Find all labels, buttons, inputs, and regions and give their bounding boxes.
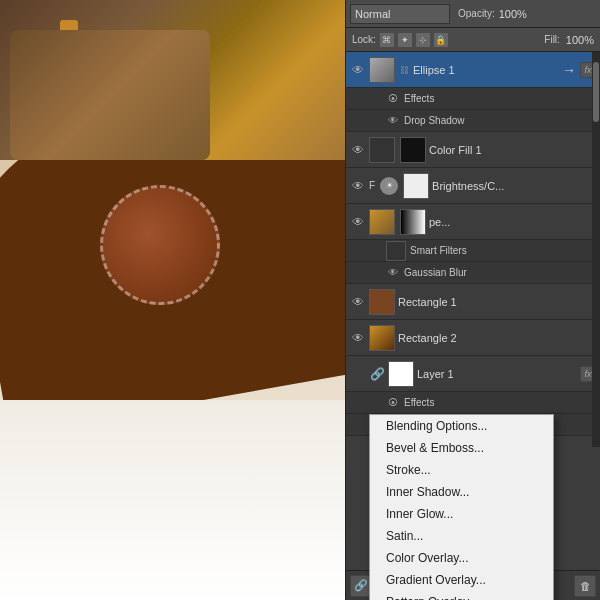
layer-row-ellipse1[interactable]: 👁 ⛓ Ellipse 1 → fx [346, 52, 600, 88]
smart-filters-label: Smart Filters [410, 245, 467, 256]
layer-name-rectangle1: Rectangle 1 [398, 296, 596, 308]
sun-icon: ☀ [380, 177, 398, 195]
canvas-area [0, 0, 360, 600]
arrow-icon-ellipse1: → [561, 62, 577, 78]
layer-name-layer1: Layer 1 [417, 368, 577, 380]
move-icon[interactable]: ✦ [398, 33, 412, 47]
gaussian-blur-label: Gaussian Blur [404, 267, 467, 278]
effects-group-label: Effects [404, 93, 434, 104]
bevel-emboss-label: Bevel & Emboss... [386, 441, 484, 455]
menu-item-inner-glow[interactable]: Inner Glow... [370, 503, 553, 525]
inner-glow-label: Inner Glow... [386, 507, 453, 521]
layer-row-rectangle1[interactable]: 👁 Rectangle 1 [346, 284, 600, 320]
scroll-bar[interactable] [592, 52, 600, 447]
layer-row-brightness[interactable]: 👁 F ☀ Brightness/C... [346, 168, 600, 204]
blend-mode-select[interactable]: Normal Multiply Screen [350, 4, 450, 24]
menu-item-inner-shadow[interactable]: Inner Shadow... [370, 481, 553, 503]
drop-shadow-eye[interactable]: 👁 [386, 114, 400, 128]
stroke-label: Stroke... [386, 463, 431, 477]
blending-options-label: Blending Options... [386, 419, 487, 433]
visibility-icon-rectangle2[interactable]: 👁 [350, 330, 366, 346]
f-icon: F [369, 180, 375, 191]
scroll-thumb [593, 62, 599, 122]
satin-label: Satin... [386, 529, 423, 543]
link-icon-layer1: 🔗 [369, 366, 385, 382]
layer-name-colorfill1: Color Fill 1 [429, 144, 596, 156]
menu-item-satin[interactable]: Satin... [370, 525, 553, 547]
pattern-overlay-label: Pattern Overlay... [386, 595, 478, 600]
layer-name-ellipse1: Ellipse 1 [413, 64, 558, 76]
lock-row: Lock: ⌘ ✦ ⊹ 🔒 Fill: 100% [346, 28, 600, 52]
menu-item-stroke[interactable]: Stroke... [370, 459, 553, 481]
menu-item-bevel-emboss[interactable]: Bevel & Emboss... [370, 437, 553, 459]
gradient-overlay-menu-label: Gradient Overlay... [386, 573, 486, 587]
visibility-icon-pe[interactable]: 👁 [350, 214, 366, 230]
layer-name-pe: pe... [429, 216, 596, 228]
layer-thumb-ellipse1 [369, 57, 395, 83]
menu-item-blending-options[interactable]: Blending Options... [370, 415, 553, 437]
gaussian-blur-eye[interactable]: 👁 [386, 266, 400, 280]
layer-thumb-mask-pe [400, 209, 426, 235]
layers-list: 👁 ⛓ Ellipse 1 → fx ⦿ Effects 👁 Drop Shad… [346, 52, 600, 447]
layer-thumb-colorfill1 [369, 137, 395, 163]
layer-name-rectangle2: Rectangle 2 [398, 332, 596, 344]
lock-icon[interactable]: ⌘ [380, 33, 394, 47]
white-bottom-area [0, 400, 360, 600]
menu-item-color-overlay[interactable]: Color Overlay... [370, 547, 553, 569]
layer-thumb-layer1 [388, 361, 414, 387]
layer-thumb-mask-colorfill1 [400, 137, 426, 163]
smart-filters-label-row: Smart Filters [346, 240, 600, 262]
effects-label-row-layer1: ⦿ Effects [346, 392, 600, 414]
drop-shadow-effect-row[interactable]: 👁 Drop Shadow [346, 110, 600, 132]
menu-item-pattern-overlay[interactable]: Pattern Overlay... [370, 591, 553, 600]
lock-label: Lock: [352, 34, 376, 45]
layer-row-rectangle2[interactable]: 👁 Rectangle 2 [346, 320, 600, 356]
menu-item-gradient-overlay[interactable]: Gradient Overlay... [370, 569, 553, 591]
visibility-icon-ellipse1[interactable]: 👁 [350, 62, 366, 78]
ellipse-shape [100, 185, 220, 305]
layer-row-colorfill1[interactable]: 👁 Color Fill 1 [346, 132, 600, 168]
chain-icon-ellipse1: ⛓ [398, 64, 410, 76]
bag-image [0, 0, 360, 160]
smart-filter-icon [386, 241, 406, 261]
effects-group-label-layer1: Effects [404, 397, 434, 408]
pixel-lock-icon[interactable]: ⊹ [416, 33, 430, 47]
opacity-value: 100% [499, 8, 527, 20]
panel-toolbar: Normal Multiply Screen Opacity: 100% [346, 0, 600, 28]
effects-eye: ⦿ [386, 92, 400, 106]
layer-thumb-pe [369, 209, 395, 235]
gaussian-blur-row[interactable]: 👁 Gaussian Blur [346, 262, 600, 284]
inner-shadow-label: Inner Shadow... [386, 485, 469, 499]
visibility-icon-brightness[interactable]: 👁 [350, 178, 366, 194]
layer-row-layer1[interactable]: 🔗 Layer 1 fx [346, 356, 600, 392]
effects-eye-layer1: ⦿ [386, 396, 400, 410]
visibility-icon-rectangle1[interactable]: 👁 [350, 294, 366, 310]
delete-button[interactable]: 🗑 [574, 575, 596, 597]
all-lock-icon[interactable]: 🔒 [434, 33, 448, 47]
drop-shadow-label: Drop Shadow [404, 115, 465, 126]
effects-label-row: ⦿ Effects [346, 88, 600, 110]
layer-row-pe[interactable]: 👁 pe... [346, 204, 600, 240]
layer-name-brightness: Brightness/C... [432, 180, 596, 192]
layer-thumb-brightness [403, 173, 429, 199]
visibility-icon-colorfill1[interactable]: 👁 [350, 142, 366, 158]
fill-value: 100% [566, 34, 594, 46]
bag-body [10, 30, 210, 160]
context-menu: Blending Options... Bevel & Emboss... St… [369, 414, 554, 600]
fill-label: Fill: [544, 34, 560, 45]
layer-thumb-rectangle2 [369, 325, 395, 351]
color-overlay-label: Color Overlay... [386, 551, 468, 565]
opacity-label: Opacity: [458, 8, 495, 19]
layer-thumb-rectangle1 [369, 289, 395, 315]
